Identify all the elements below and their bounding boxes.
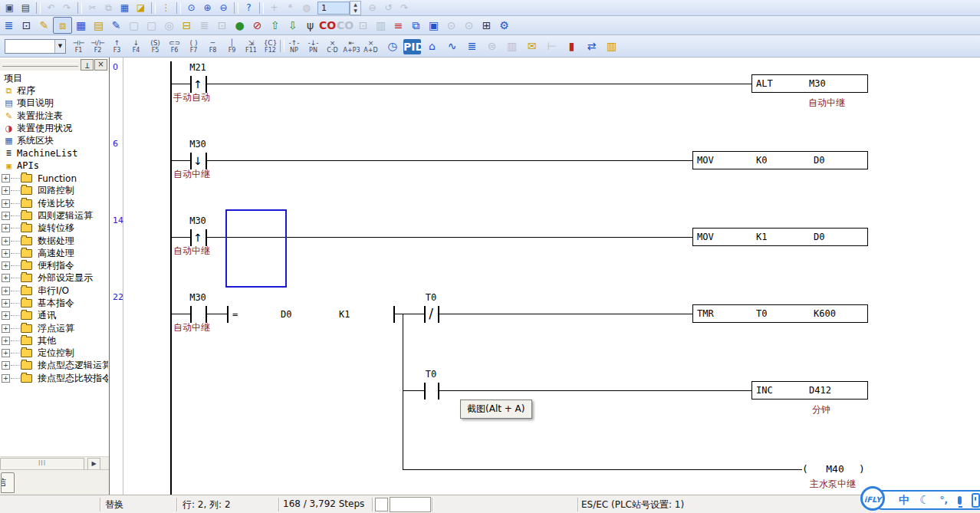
expand-icon[interactable]: [2, 274, 10, 282]
contact-no-button[interactable]: ⊣⊢ F1: [69, 36, 88, 56]
locate-icon[interactable]: ◎: [160, 18, 178, 33]
marker-icon[interactable]: ⋮: [158, 2, 174, 15]
sidebar-api-item[interactable]: Function: [0, 172, 108, 184]
expand-icon[interactable]: [2, 299, 10, 307]
sidebar-api-item[interactable]: 定位控制: [0, 347, 108, 360]
ime-language-button[interactable]: 中: [899, 492, 909, 508]
expand-icon[interactable]: [2, 199, 10, 208]
set-coil-button[interactable]: (S) F5: [146, 36, 165, 56]
balloon-icon[interactable]: ▢: [125, 18, 143, 33]
sidebar-api-item[interactable]: 接点型态逻辑运算: [0, 360, 108, 372]
contact[interactable]: [206, 306, 207, 323]
sidebar-api-item[interactable]: 其他: [0, 334, 108, 347]
search2-icon[interactable]: ⊙: [460, 18, 478, 33]
sidebar-api-item[interactable]: 基本指令: [0, 297, 108, 309]
compare-button[interactable]: {C} F12: [261, 36, 280, 56]
expand-icon[interactable]: [2, 361, 10, 370]
move-icon[interactable]: +: [266, 2, 282, 15]
zoom-pen-icon[interactable]: ✎: [107, 18, 125, 33]
comment-view-icon[interactable]: ▤: [90, 18, 107, 33]
ime-punctuation-button[interactable]: °,: [939, 492, 948, 508]
expand-icon[interactable]: [2, 287, 10, 295]
sidebar-api-item[interactable]: 高速处理: [0, 247, 108, 259]
convert-cd-button[interactable]: × C·D: [323, 36, 342, 56]
contact-nc[interactable]: [438, 306, 439, 323]
code-icon[interactable]: CODE: [319, 18, 337, 33]
scrollbar-thumb[interactable]: III: [0, 458, 84, 470]
expand-icon[interactable]: [2, 311, 10, 320]
expand-icon[interactable]: [2, 249, 10, 258]
sfc-view-icon[interactable]: ⧈: [53, 17, 72, 34]
api-button[interactable]: ⇲ F11: [242, 36, 261, 56]
panel-gripper[interactable]: [2, 63, 78, 67]
remove-icon[interactable]: ⊖: [364, 2, 380, 15]
instruction-box[interactable]: MOV K0 D0: [692, 151, 868, 169]
sidebar-api-item[interactable]: 浮点运算: [0, 322, 108, 334]
sidebar-api-item[interactable]: 传送比较: [0, 197, 108, 209]
expand-icon[interactable]: [2, 349, 10, 357]
combo-dropdown-icon[interactable]: ▼: [54, 40, 65, 53]
instruction-box[interactable]: ALT M30: [751, 74, 868, 93]
save-icon[interactable]: ▣: [2, 2, 18, 15]
device-view-icon[interactable]: ▥: [372, 18, 390, 33]
pn-pulse-button[interactable]: -↓- PN: [304, 36, 323, 56]
ladder-editor[interactable]: 0 6 14 22 M21 ↑ 手动自动 ALT M30 自动中继 M30 ↓ …: [110, 58, 980, 495]
convert-ap3-button[interactable]: ⇤ A+P3: [342, 36, 361, 56]
separator[interactable]: [77, 2, 82, 14]
coin-icon[interactable]: ⊜: [483, 38, 501, 54]
contact-nc-button[interactable]: ⊣/⊢ F2: [88, 36, 107, 56]
timer-icon[interactable]: ◷: [383, 38, 401, 54]
help-icon[interactable]: ?: [241, 2, 257, 15]
ifly-logo[interactable]: iFLY: [860, 486, 885, 511]
refresh-left-icon[interactable]: ↺: [380, 2, 396, 15]
tree-root[interactable]: 项目: [0, 72, 108, 84]
search1-icon[interactable]: ⊙: [442, 18, 460, 33]
cut-icon[interactable]: ✂: [84, 2, 100, 15]
paste-icon[interactable]: ▦: [117, 2, 133, 15]
separator[interactable]: [176, 2, 181, 14]
expand-icon[interactable]: [2, 324, 10, 333]
contact[interactable]: [190, 306, 192, 323]
sidebar-api-item[interactable]: 旋转位移: [0, 222, 108, 235]
pin-button[interactable]: T: [81, 59, 94, 71]
spin-up-icon[interactable]: ▲: [350, 2, 360, 8]
register-edit-icon[interactable]: ≡: [390, 18, 407, 33]
code2-icon[interactable]: CODE: [337, 18, 354, 33]
sidebar-item[interactable]: ▣ APIs: [0, 159, 108, 172]
ime-toolbar[interactable]: 中 ☾ °,: [873, 490, 980, 510]
simulator-icon[interactable]: ▣: [425, 18, 442, 33]
sidebar-api-item[interactable]: 便利指令: [0, 259, 108, 271]
separator[interactable]: [151, 2, 156, 14]
print-icon[interactable]: ▤: [18, 2, 34, 15]
contact[interactable]: [206, 76, 207, 93]
pipe-icon[interactable]: ⊢: [543, 38, 561, 54]
globe-icon[interactable]: ◍: [298, 2, 314, 15]
mail-icon[interactable]: ✉: [523, 38, 541, 54]
separator[interactable]: [259, 2, 264, 14]
panel-tab[interactable]: 信: [1, 472, 15, 493]
sidebar-hscrollbar[interactable]: III ▶: [0, 456, 109, 469]
instruction-box[interactable]: TMR T0 K600: [692, 304, 868, 323]
contact-falling-button[interactable]: ↓ F4: [127, 36, 146, 56]
compare-block[interactable]: [227, 306, 229, 323]
antenna-icon[interactable]: ψ: [301, 18, 319, 33]
convert-ad-button[interactable]: × A+D: [361, 36, 380, 56]
phone-mic-icon[interactable]: [972, 493, 980, 508]
spin-down-icon[interactable]: ▼: [350, 8, 360, 15]
expand-icon[interactable]: [2, 212, 10, 220]
hline-button[interactable]: ─ F8: [203, 36, 222, 56]
balloon2-icon[interactable]: ▢: [143, 18, 160, 33]
coil-label[interactable]: M40: [816, 463, 854, 475]
network-icon[interactable]: ⊞: [478, 18, 495, 33]
contact[interactable]: [206, 153, 207, 169]
eraser-icon[interactable]: ◪: [133, 2, 149, 15]
download-icon[interactable]: ⇩: [284, 18, 301, 33]
sidebar-item[interactable]: ≣ MachineList: [0, 147, 108, 159]
copy-icon[interactable]: ⧉: [100, 2, 117, 15]
settings-icon[interactable]: ⚙: [495, 18, 513, 33]
spin-arrows[interactable]: ▲▼: [350, 1, 361, 15]
monitor2-icon[interactable]: ⊡: [213, 18, 231, 33]
instruction-box[interactable]: INC D412: [751, 381, 868, 400]
page-spinbox[interactable]: 1: [317, 2, 350, 15]
instruction-box[interactable]: MOV K1 D0: [692, 228, 868, 246]
